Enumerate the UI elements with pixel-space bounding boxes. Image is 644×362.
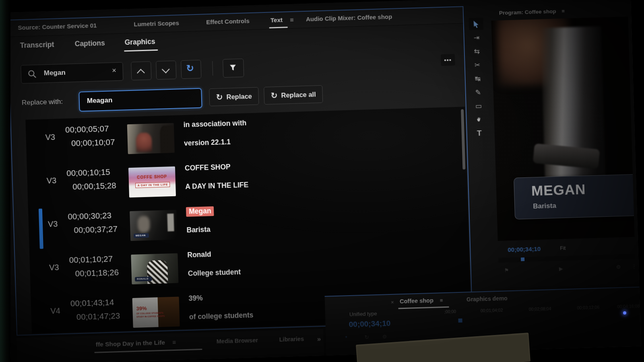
list-scrollbar[interactable] (461, 109, 465, 169)
add-marker-icon[interactable]: ⚑ (504, 267, 509, 273)
clip-thumbnail: COFFE SHOP A DAY IN THE LIFE (128, 167, 176, 197)
graphic-text-line: A DAY IN THE LIFE (185, 181, 248, 191)
premiere-ui: Source: Counter Service 01 Lumetri Scope… (0, 0, 641, 362)
slip-tool[interactable]: ↹ (470, 72, 485, 85)
selected-row-indicator (39, 209, 43, 249)
ripple-edit-tool[interactable]: ⇆ (469, 45, 484, 58)
more-panels-icon[interactable]: » (317, 335, 321, 343)
replace-button[interactable]: ↻ Replace (209, 87, 259, 106)
timeline-playhead-marker[interactable] (458, 319, 462, 323)
clip-thumbnail: MEGAN (130, 210, 177, 241)
ripple-edit-icon: ⇆ (474, 47, 480, 56)
chevron-down-icon (162, 65, 170, 73)
tab-effect-controls[interactable]: Effect Controls (206, 17, 250, 25)
play-icon[interactable]: ▶ (559, 265, 563, 272)
zoom-level-dropdown[interactable]: Fit (560, 245, 566, 251)
tab-source-monitor[interactable]: Source: Counter Service 01 (18, 22, 97, 31)
tab-lumetri-scopes[interactable]: Lumetri Scopes (134, 19, 179, 27)
project-tab[interactable]: ffe Shop Day in the Life ≡ (96, 339, 176, 348)
monitor-led (623, 311, 626, 315)
out-timecode: 00;00;37;27 (74, 224, 118, 235)
panel-menu-icon[interactable]: ≡ (290, 16, 294, 24)
graphic-text-line: version 22.1.1 (184, 138, 231, 148)
razor-tool[interactable]: ✂ (470, 59, 485, 71)
replace-with-label: Replace with: (22, 98, 63, 107)
thumb-subtitle-text: A DAY IN THE LIFE (135, 182, 170, 189)
thumb-title-text: COFFE SHOP (129, 174, 175, 180)
program-timecode[interactable]: 00;00;34;10 (508, 245, 541, 253)
tab-libraries[interactable]: Libraries (279, 335, 304, 343)
active-tab-underline (94, 349, 202, 353)
tab-media-browser[interactable]: Media Browser (217, 337, 258, 345)
program-monitor-panel: Program: Coffee shop ≡ MEGAN Barista 00;… (487, 1, 639, 288)
snap-icon[interactable]: * (345, 335, 347, 341)
track-label: V3 (48, 219, 58, 229)
thumb-lower-third: MEGAN (134, 233, 149, 238)
thumb-window-shape (167, 214, 174, 232)
clear-search-icon[interactable]: × (112, 66, 116, 75)
toggle-replace-button[interactable]: ↻ (181, 60, 201, 79)
sequence-tab-coffee-shop[interactable]: Coffee shop ≡ (400, 297, 443, 304)
thumb-stat-text: 39% (136, 305, 147, 312)
selection-tool[interactable] (469, 18, 483, 30)
graphic-text-line: 39% (188, 294, 203, 303)
find-previous-button[interactable] (131, 61, 151, 80)
transport-controls: ⚑ ▶ ⚙ ⋮ (499, 262, 636, 278)
search-icon (28, 70, 37, 79)
graphic-text-line: of college students (189, 311, 254, 321)
sequence-tab-label: Coffee shop (400, 297, 433, 304)
clip-thumbnail: RONALD (131, 253, 178, 284)
out-timecode: 00;01;47;23 (76, 311, 120, 322)
find-next-button[interactable] (156, 61, 176, 80)
hand-tool[interactable] (471, 113, 486, 126)
replace-input[interactable]: Meagan (78, 88, 202, 112)
timeline-timecode[interactable]: 00;00;34;10 (349, 319, 390, 329)
settings-gear-icon[interactable]: ⚙ (616, 264, 621, 270)
panel-menu-icon[interactable]: ≡ (172, 339, 176, 346)
track-select-forward-tool[interactable]: ⇥ (469, 31, 484, 44)
lower-third-name: MEGAN (531, 181, 586, 199)
toolbar-divider (212, 61, 213, 76)
timeline-ruler[interactable]: ;00;00 00;01;04;02 00;02;08;04 00;03;12;… (325, 304, 640, 321)
subtab-transcript[interactable]: Transcript (20, 41, 54, 50)
in-timecode: 00;00;05;07 (65, 124, 109, 135)
close-panel-icon[interactable]: × (391, 299, 394, 305)
tab-text[interactable]: Text (270, 16, 283, 24)
track-select-icon: ⇥ (473, 33, 479, 42)
rectangle-icon: ▭ (475, 102, 482, 110)
project-tab-label: ffe Shop Day in the Life (96, 339, 165, 348)
replace-icon: ↻ (216, 92, 223, 102)
slip-icon: ↹ (475, 74, 481, 83)
selection-tool-icon (473, 20, 480, 28)
sequence-tab-graphics-demo[interactable]: Graphics demo (466, 295, 508, 302)
filter-button[interactable] (223, 59, 244, 78)
pen-tool[interactable]: ✎ (471, 86, 485, 99)
in-timecode: 00;00;10;15 (66, 167, 110, 178)
program-monitor-tab[interactable]: Program: Coffee shop ≡ (499, 8, 565, 16)
program-mini-timeline[interactable] (498, 254, 635, 263)
track-label: V3 (45, 133, 55, 142)
program-video-preview: MEGAN Barista (491, 16, 634, 241)
panel-menu-icon[interactable]: ≡ (440, 297, 443, 303)
lower-third-graphic: MEGAN Barista (514, 174, 634, 220)
timeline-settings-icon[interactable]: ⚙ (382, 333, 387, 339)
replace-button-label: Replace (226, 92, 252, 101)
tab-audio-clip-mixer[interactable]: Audio Clip Mixer: Coffee shop (306, 13, 392, 23)
rectangle-tool[interactable]: ▭ (471, 100, 486, 112)
panel-overflow-menu[interactable]: ••• (441, 54, 455, 66)
subtab-captions[interactable]: Captions (74, 39, 105, 48)
more-options-icon[interactable]: ⋮ (632, 263, 637, 269)
subtab-graphics[interactable]: Graphics (124, 37, 155, 47)
replace-all-button[interactable]: ↻ Replace all (264, 85, 323, 105)
search-input[interactable]: Megan × (21, 62, 123, 84)
graphic-text-line: Ronald (187, 250, 211, 259)
panel-menu-icon[interactable]: ≡ (561, 8, 565, 14)
clip-thumbnail: 39% OF COLLEGE STUDENTS STUDY IN COFFEE … (132, 297, 180, 328)
pen-icon: ✎ (475, 88, 481, 97)
type-tool[interactable]: T (472, 127, 487, 140)
playhead-marker[interactable] (521, 257, 524, 261)
ruler-tick: 00;04;16;08 (617, 304, 640, 309)
monitor-photo: Source: Counter Service 01 Lumetri Scope… (0, 0, 644, 362)
linked-selection-icon[interactable]: ↻ (364, 334, 369, 340)
text-panel: Source: Counter Service 01 Lumetri Scope… (7, 6, 473, 335)
